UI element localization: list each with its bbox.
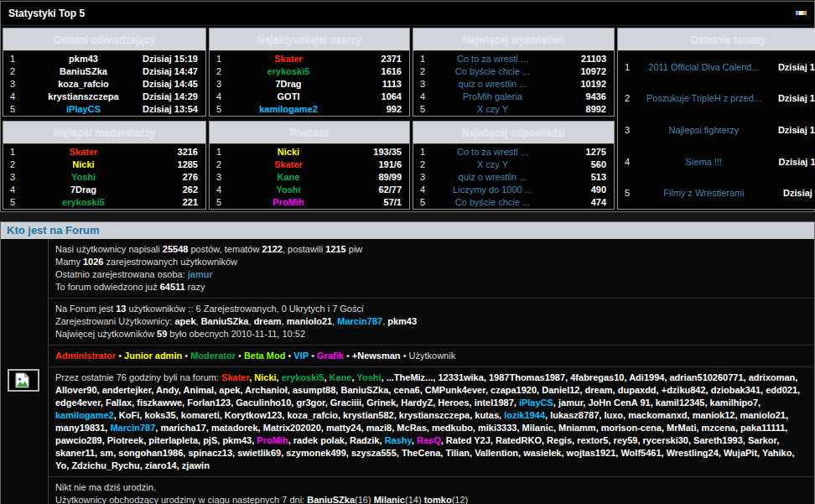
user-link[interactable]: krystianszczepa: [32, 91, 135, 101]
user-link[interactable]: pkm43: [222, 435, 252, 445]
user-link[interactable]: erykoski5: [238, 66, 339, 76]
user-link[interactable]: +dziku842: [662, 385, 706, 395]
user-link[interactable]: kamilogame2: [238, 104, 339, 114]
user-link[interactable]: radek polak: [293, 435, 345, 445]
user-link[interactable]: Grinek: [366, 397, 396, 408]
user-link[interactable]: medkubo: [432, 423, 473, 433]
user-link[interactable]: Skater: [221, 372, 249, 382]
user-link[interactable]: ProMih: [257, 435, 288, 445]
user-link[interactable]: mazi8: [366, 423, 392, 433]
user-link[interactable]: Marcin787: [110, 423, 155, 433]
user-link[interactable]: Nicki: [32, 159, 135, 169]
user-link[interactable]: morison-cena: [601, 423, 662, 433]
user-link[interactable]: maricha17: [160, 423, 205, 433]
user-link[interactable]: miki3333: [478, 423, 517, 433]
user-link[interactable]: Milanic: [522, 423, 553, 433]
user-link[interactable]: maniok12: [693, 410, 735, 420]
user-link[interactable]: rycerski30: [643, 435, 688, 445]
user-link[interactable]: Daniel12: [542, 385, 579, 395]
user-link[interactable]: Graciiii: [330, 397, 361, 408]
user-link[interactable]: sm: [100, 448, 113, 458]
user-link[interactable]: Milanic: [374, 495, 405, 504]
user-link[interactable]: Yo: [55, 460, 66, 470]
user-link[interactable]: VIP: [293, 351, 309, 361]
user-link[interactable]: lozik1944: [504, 410, 545, 420]
user-link[interactable]: wojtas1921: [567, 448, 616, 458]
user-link[interactable]: BaniuSZka: [201, 316, 249, 326]
user-link[interactable]: MrMati: [667, 423, 696, 433]
user-link[interactable]: komareti: [181, 410, 220, 420]
minimize-icon[interactable]: [796, 11, 807, 15]
user-link[interactable]: edge4ever: [55, 397, 101, 408]
user-link[interactable]: paka11111: [740, 423, 785, 433]
user-link[interactable]: Wrestling24: [667, 448, 719, 458]
user-link[interactable]: erykoski5: [282, 372, 324, 382]
user-link[interactable]: Nicki: [254, 372, 276, 382]
user-link[interactable]: adrian510260771: [670, 372, 744, 382]
user-link[interactable]: HardyZ: [401, 397, 433, 408]
topic-link[interactable]: Co to za wrestl ...: [442, 147, 543, 157]
user-link[interactable]: kutas: [475, 410, 499, 420]
user-link[interactable]: Yoshi: [238, 184, 339, 195]
user-link[interactable]: matty24: [326, 423, 361, 433]
user-link[interactable]: Moderator: [190, 351, 236, 361]
user-link[interactable]: edd021: [766, 385, 797, 395]
user-link[interactable]: 7Drag: [238, 79, 339, 89]
user-link[interactable]: asumpt88: [293, 385, 335, 395]
user-link[interactable]: GOTI: [238, 91, 339, 101]
user-link[interactable]: czapa1920: [491, 385, 537, 395]
topic-link[interactable]: Co to za wrestl ...: [442, 54, 543, 64]
user-link[interactable]: koks35: [144, 410, 175, 420]
topic-link[interactable]: quiz o wrestlin ...: [442, 79, 543, 89]
user-link[interactable]: ziaro14: [145, 460, 177, 470]
user-link[interactable]: Animal: [183, 385, 214, 395]
user-link[interactable]: kamilogame2: [55, 410, 114, 420]
user-link[interactable]: pjS: [203, 435, 217, 445]
user-link[interactable]: McRas: [397, 423, 426, 433]
topic-link[interactable]: 2011 Official Diva Calend...: [646, 62, 761, 72]
user-link[interactable]: Beta Mod: [244, 351, 286, 361]
user-link[interactable]: dream: [585, 385, 613, 395]
topic-link[interactable]: Liczymy do 1000 ...: [442, 184, 543, 195]
user-link[interactable]: spinacz13: [188, 448, 232, 458]
user-link[interactable]: andertejker: [102, 385, 152, 395]
topic-link[interactable]: ProMih galeria: [442, 91, 543, 101]
user-link[interactable]: Andy: [156, 385, 179, 395]
topic-link[interactable]: Siema !!!: [646, 157, 761, 167]
user-link[interactable]: Allover90: [55, 385, 97, 395]
user-link[interactable]: Radzik: [350, 435, 379, 445]
user-link[interactable]: ProMih: [238, 197, 339, 207]
topic-link[interactable]: Co byście chcie ...: [442, 197, 543, 207]
user-link[interactable]: Nicki: [238, 147, 339, 157]
user-link[interactable]: jamur: [558, 397, 583, 408]
user-link[interactable]: kamil12345: [656, 397, 705, 408]
user-link[interactable]: dupaxdd: [618, 385, 657, 395]
user-link[interactable]: BaniuSZka: [32, 66, 135, 76]
user-link[interactable]: Yoshi: [32, 172, 135, 182]
user-link[interactable]: kamilhipo7: [710, 397, 758, 408]
user-link[interactable]: intel1987: [475, 397, 514, 408]
topic-link[interactable]: quiz o wrestlin ...: [442, 172, 543, 182]
user-link[interactable]: Junior admin: [124, 351, 182, 361]
user-link[interactable]: 1987Thomas1987: [489, 372, 565, 382]
user-link[interactable]: KoFi: [119, 410, 139, 420]
user-link[interactable]: krystian582: [343, 410, 394, 420]
user-link[interactable]: Marcin787: [337, 316, 382, 326]
user-link[interactable]: Grafik: [317, 351, 344, 361]
user-link[interactable]: Skater: [238, 54, 339, 64]
user-link[interactable]: Korytkow123: [225, 410, 282, 420]
topic-link[interactable]: Najlepsi fighterzy: [646, 125, 761, 135]
user-link[interactable]: Heroes: [438, 397, 469, 408]
user-link[interactable]: pkm43: [387, 316, 417, 326]
user-link[interactable]: iPlayCS: [519, 397, 553, 408]
user-link[interactable]: szysza555: [351, 448, 397, 458]
user-link[interactable]: adrixoman: [749, 372, 796, 382]
user-link[interactable]: Skater: [32, 147, 135, 157]
user-link[interactable]: lukasz8787: [550, 410, 599, 420]
user-link[interactable]: many19831: [55, 423, 105, 433]
user-link[interactable]: Kane: [238, 172, 339, 182]
user-link[interactable]: Skater: [238, 159, 339, 169]
user-link[interactable]: Adi1994: [629, 372, 664, 382]
user-link[interactable]: iPlayCS: [32, 104, 135, 114]
user-link[interactable]: swietlik69: [237, 448, 281, 458]
